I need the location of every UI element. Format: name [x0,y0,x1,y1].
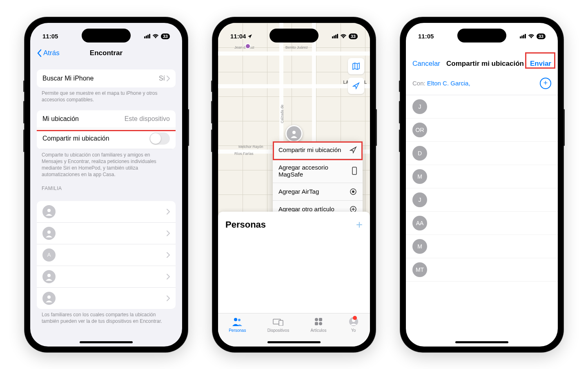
contact-initials: OR [412,123,427,137]
contact-initials: AA [412,216,427,230]
family-member-cell[interactable] [37,223,176,244]
street-label: Jean de Luz [234,45,254,49]
tab-label: Yo [351,328,356,333]
popup-add-magsafe[interactable]: Agregar accesorio MagSafe [273,159,363,183]
person-icon [290,129,298,138]
find-my-iphone-cell[interactable]: Buscar Mi iPhone Sí [37,69,176,87]
status-time: 11:04 [230,33,246,40]
chevron-right-icon [167,274,170,280]
sheet-title: Personas [225,219,266,230]
tab-yo[interactable]: Yo [348,317,359,347]
chevron-right-icon [167,209,170,215]
signal-icon [520,34,526,38]
tab-personas[interactable]: Personas [229,317,246,347]
person-icon [45,229,53,237]
svg-point-1 [47,230,51,234]
home-indicator[interactable] [80,341,133,343]
family-footer: Los familiares con los cuales compartes … [37,309,176,324]
center-location-button[interactable] [348,78,364,94]
add-contact-button[interactable]: + [540,78,551,89]
svg-point-9 [234,318,237,321]
avatar: A [42,248,56,262]
person-icon [45,273,53,281]
people-icon [232,317,243,327]
phone-1-settings: 11:05 33 Atrás Encontrar Buscar Mi iPhon… [24,17,188,352]
highlight-share-popup [273,141,363,160]
devices-icon [272,317,284,327]
avatar [42,270,56,283]
home-indicator[interactable] [267,341,321,343]
map-icon [352,62,360,70]
chevron-right-icon [167,76,170,81]
svg-point-4 [292,131,296,134]
avatar [42,205,56,218]
modal-title: Compartir mi ubicación [446,60,524,68]
family-member-cell[interactable]: A [37,244,176,266]
svg-point-13 [315,318,318,321]
contact-row[interactable]: J [406,188,558,212]
location-arrow-icon [352,82,360,89]
my-location-cell[interactable]: Mi ubicación Este dispositivo [37,110,176,128]
contact-initials: J [412,192,427,207]
status-time: 11:05 [418,33,434,40]
grid-icon [313,317,324,327]
dynamic-island [457,29,506,42]
dynamic-island [82,29,131,42]
contact-initials: M [412,239,427,254]
contact-initials: D [412,146,427,161]
wifi-icon [528,34,535,39]
phone-icon [352,167,357,175]
chevron-right-icon [167,295,170,301]
family-group: A [37,201,176,309]
popup-magsafe-label: Agregar accesorio MagSafe [278,164,352,178]
find-my-iphone-value: Sí [159,75,165,82]
contact-row[interactable]: OR [406,119,558,142]
phone-2-findmy: Benito Juárez Jean de Luz LA CANDEL Melc… [212,17,376,352]
contact-row[interactable]: M [406,235,558,258]
chevron-right-icon [167,230,170,236]
highlight-send-button [525,52,555,69]
add-person-button[interactable]: + [356,218,363,231]
svg-point-7 [352,190,354,193]
page-title: Encontrar [90,49,122,57]
svg-rect-12 [279,320,283,326]
person-icon [45,208,53,216]
svg-rect-5 [352,167,356,174]
recipient-row[interactable]: Con: Elton C. Garcia, + [406,74,558,95]
svg-rect-14 [319,318,322,321]
share-footer: Comparte tu ubicación con familiares y a… [37,149,176,178]
family-member-cell[interactable] [37,201,176,223]
contact-initials: J [412,99,427,114]
cancel-button[interactable]: Cancelar [412,60,440,68]
street-label: Calzada de [280,105,284,123]
map-type-button[interactable] [348,58,364,74]
find-my-footer: Permite que se muestre en el mapa tu iPh… [37,87,176,103]
map-poi-icon [245,43,251,49]
location-group: Mi ubicación Este dispositivo Compartir … [37,110,176,149]
contact-row[interactable]: MT [406,258,558,282]
wifi-icon [340,34,347,39]
family-member-cell[interactable] [37,266,176,288]
back-button[interactable]: Atrás [37,49,60,57]
bottom-sheet[interactable]: Personas + Personas Dispositivos [218,212,370,347]
home-indicator[interactable] [455,341,508,343]
status-time: 11:05 [42,33,58,40]
signal-icon [332,34,338,38]
svg-point-0 [47,209,51,212]
contact-row[interactable]: M [406,165,558,188]
street-label: Melchor Rayón [238,145,263,149]
family-member-cell[interactable] [37,288,176,309]
my-location-value: Este dispositivo [125,115,170,123]
contact-row[interactable]: J [406,95,558,119]
user-location-pin[interactable] [285,125,303,142]
tab-label: Personas [229,328,246,333]
person-icon [45,294,53,302]
recipient-name: Elton C. Garcia, [427,80,470,87]
contact-row[interactable]: AA [406,212,558,235]
contact-row[interactable]: D [406,142,558,165]
popup-add-airtag[interactable]: Agregar AirTag [273,183,363,201]
chevron-right-icon [167,252,170,258]
con-label: Con: [412,80,425,87]
contact-initials: M [412,169,427,184]
find-my-group: Buscar Mi iPhone Sí [37,69,176,87]
